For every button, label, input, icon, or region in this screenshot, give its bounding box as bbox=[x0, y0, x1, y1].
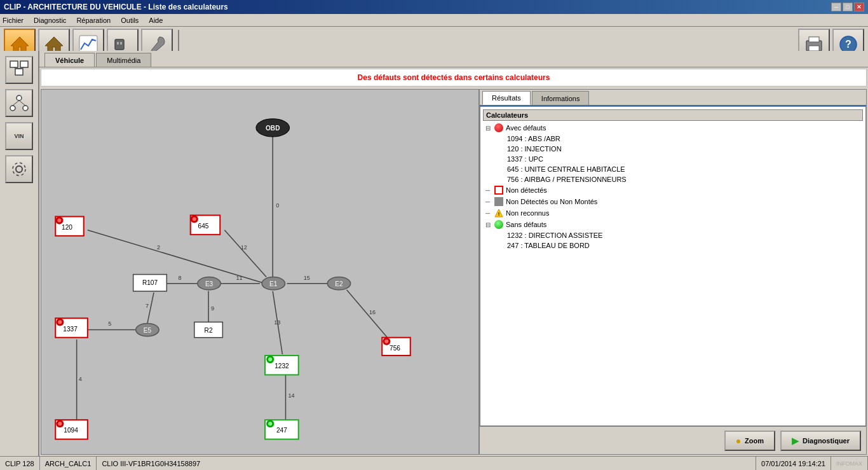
item-1094: 1094 : ABS /ABR bbox=[507, 135, 560, 142]
title-text: CLIP - ARCHITECTURE DU VEHICULE - Liste … bbox=[4, 3, 228, 11]
svg-rect-13 bbox=[15, 69, 23, 75]
tree-item-756[interactable]: 756 : AIRBAG / PRETENSIONNEURS bbox=[483, 174, 863, 184]
menu-diagnostic[interactable]: Diagnostic bbox=[34, 17, 66, 24]
item-645: 645 : UNITE CENTRALE HABITACLE bbox=[507, 165, 625, 173]
non-reconnus-label: Non reconnus bbox=[506, 209, 550, 217]
main-tab-bar: Véhicule Multimédia bbox=[39, 51, 868, 67]
item-1232: 1232 : DIRECTION ASSISTEE bbox=[507, 232, 602, 239]
tree-item-120[interactable]: 120 : INJECTION bbox=[483, 144, 863, 154]
svg-point-16 bbox=[17, 95, 22, 100]
svg-text:14: 14 bbox=[288, 392, 295, 399]
svg-text:R107: R107 bbox=[142, 279, 158, 286]
svg-point-85 bbox=[268, 422, 272, 425]
svg-text:OBD: OBD bbox=[266, 125, 280, 132]
svg-text:E1: E1 bbox=[269, 280, 278, 287]
svg-point-22 bbox=[13, 163, 25, 176]
zoom-icon: ● bbox=[736, 436, 741, 446]
svg-text:756: 756 bbox=[390, 345, 400, 352]
svg-text:8: 8 bbox=[179, 275, 182, 281]
svg-text:15: 15 bbox=[304, 275, 310, 281]
tab-informations[interactable]: Informations bbox=[532, 91, 590, 105]
svg-marker-0 bbox=[11, 37, 29, 52]
alert-text: Des défauts sont détectés dans certains … bbox=[358, 73, 550, 82]
maximize-button[interactable]: □ bbox=[843, 3, 853, 11]
menu-aide[interactable]: Aide bbox=[149, 17, 163, 24]
svg-text:E2: E2 bbox=[335, 280, 343, 287]
tree-non-detectes[interactable]: ─ Non détectés bbox=[483, 184, 863, 196]
main-content: Véhicule Multimédia Des défauts sont dét… bbox=[39, 51, 868, 456]
zoom-button[interactable]: ● Zoom bbox=[724, 431, 775, 451]
tree-item-247[interactable]: 247 : TABLEAU DE BORD bbox=[483, 240, 863, 251]
svg-rect-11 bbox=[10, 61, 18, 67]
svg-point-17 bbox=[10, 106, 15, 111]
close-button[interactable]: ✕ bbox=[854, 3, 864, 11]
bottom-bar: ● Zoom ▶ Diagnostiquer bbox=[480, 426, 866, 454]
diagram-panel[interactable]: 0 2 12 8 11 15 bbox=[41, 89, 479, 455]
svg-text:11: 11 bbox=[236, 275, 243, 281]
svg-text:1094: 1094 bbox=[64, 427, 78, 434]
results-content: Calculateurs ⊟ Avec défauts 1094 : ABS /… bbox=[480, 106, 866, 426]
svg-text:R2: R2 bbox=[205, 327, 213, 334]
diagnostiquer-label: Diagnostiquer bbox=[803, 437, 850, 445]
tree-item-645[interactable]: 645 : UNITE CENTRALE HABITACLE bbox=[483, 164, 863, 174]
svg-text:4: 4 bbox=[79, 377, 82, 383]
status-vehicle: CLIO III-VF1BR1G0H34158897 bbox=[97, 457, 756, 470]
tab-multimedia[interactable]: Multimédia bbox=[96, 53, 151, 67]
indicator-square-gray bbox=[494, 197, 503, 206]
svg-point-77 bbox=[384, 340, 388, 343]
minimize-button[interactable]: ─ bbox=[831, 3, 841, 11]
sidebar-vin-button[interactable]: VIN bbox=[5, 122, 33, 150]
item-756: 756 : AIRBAG / PRETENSIONNEURS bbox=[507, 176, 627, 183]
sidebar-architecture-button[interactable] bbox=[5, 56, 33, 84]
diagnostiquer-button[interactable]: ▶ Diagnostiquer bbox=[780, 431, 861, 451]
svg-text:2: 2 bbox=[157, 244, 160, 251]
tree-non-reconnus[interactable]: ─ ! Non reconnus bbox=[483, 207, 863, 219]
item-120: 120 : INJECTION bbox=[507, 145, 562, 153]
calculateurs-header: Calculateurs bbox=[483, 109, 863, 121]
tree-sans-defauts[interactable]: ⊟ Sans défauts bbox=[483, 219, 863, 230]
svg-point-73 bbox=[58, 320, 62, 324]
status-logo: INFOMAX bbox=[831, 457, 868, 470]
sidebar-network-button[interactable] bbox=[5, 89, 33, 117]
tab-vehicule[interactable]: Véhicule bbox=[44, 53, 95, 67]
menu-fichier[interactable]: Fichier bbox=[3, 17, 24, 24]
svg-point-21 bbox=[16, 166, 22, 172]
svg-point-18 bbox=[23, 106, 28, 111]
tree-non-detectes-montes[interactable]: ─ Non Détectés ou Non Montés bbox=[483, 196, 863, 207]
tree-item-1232[interactable]: 1232 : DIRECTION ASSISTEE bbox=[483, 230, 863, 240]
non-detectes-montes-label: Non Détectés ou Non Montés bbox=[506, 198, 597, 205]
svg-text:E3: E3 bbox=[205, 280, 214, 287]
svg-rect-4 bbox=[117, 42, 119, 45]
svg-rect-5 bbox=[120, 42, 122, 45]
zoom-label: Zoom bbox=[745, 437, 764, 445]
menu-bar: Fichier Diagnostic Réparation Outils Aid… bbox=[0, 14, 868, 27]
menu-outils[interactable]: Outils bbox=[121, 17, 139, 24]
tab-resultats[interactable]: Résultats bbox=[482, 91, 531, 105]
status-clip-version: CLIP 128 bbox=[0, 457, 40, 470]
status-datetime: 07/01/2014 19:14:21 bbox=[756, 457, 831, 470]
avec-defauts-label: Avec défauts bbox=[506, 124, 546, 132]
tree-item-1094[interactable]: 1094 : ABS /ABR bbox=[483, 134, 863, 144]
svg-text:9: 9 bbox=[211, 305, 214, 312]
svg-rect-12 bbox=[20, 61, 28, 67]
svg-rect-7 bbox=[809, 37, 819, 42]
svg-text:247: 247 bbox=[276, 427, 287, 434]
menu-reparation[interactable]: Réparation bbox=[76, 17, 111, 24]
svg-line-27 bbox=[224, 230, 266, 277]
indicator-red-avec bbox=[494, 123, 503, 132]
tree-item-1337[interactable]: 1337 : UPC bbox=[483, 154, 863, 164]
svg-line-19 bbox=[13, 100, 19, 106]
svg-point-89 bbox=[58, 422, 62, 425]
svg-text:13: 13 bbox=[274, 319, 280, 326]
svg-text:5: 5 bbox=[108, 321, 111, 327]
svg-text:12: 12 bbox=[241, 244, 247, 251]
svg-marker-1 bbox=[45, 37, 63, 52]
item-247: 247 : TABLEAU DE BORD bbox=[507, 242, 590, 249]
tree-avec-defauts[interactable]: ⊟ Avec défauts bbox=[483, 122, 863, 134]
results-panel: Résultats Informations Calculateurs ⊟ Av… bbox=[479, 89, 867, 455]
svg-point-53 bbox=[57, 219, 61, 223]
svg-line-43 bbox=[347, 290, 392, 343]
results-tabs: Résultats Informations bbox=[480, 90, 866, 106]
sans-defauts-label: Sans défauts bbox=[506, 221, 546, 228]
sidebar-settings-button[interactable] bbox=[5, 155, 33, 183]
